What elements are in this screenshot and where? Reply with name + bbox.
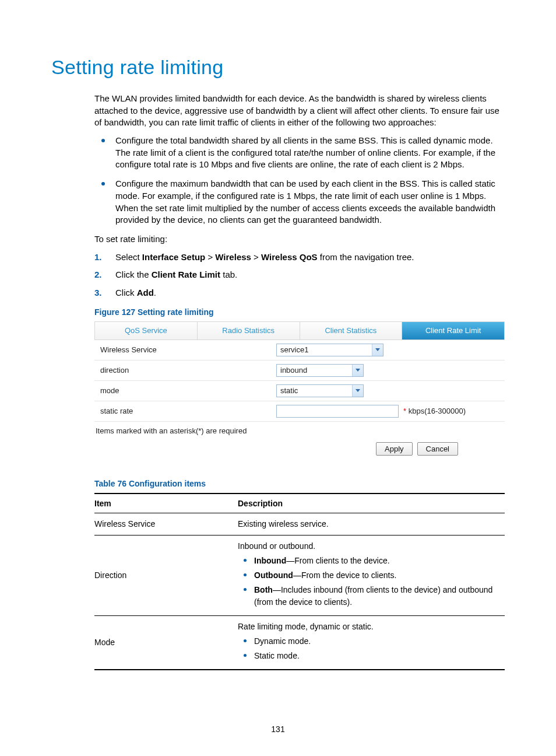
text: —From the device to clients. <box>293 570 396 580</box>
step-1: Select Interface Setup > Wireless > Wire… <box>94 251 505 264</box>
page-number: 131 <box>0 724 556 734</box>
input-static-rate[interactable] <box>276 405 399 418</box>
text-bold: Interface Setup <box>142 252 205 262</box>
text: Select <box>115 252 142 262</box>
apply-button[interactable]: Apply <box>376 442 413 456</box>
text-bold: Both <box>254 585 273 594</box>
dropdown-value: inbound <box>277 366 352 374</box>
cancel-button[interactable]: Cancel <box>417 442 458 456</box>
steps-list: Select Interface Setup > Wireless > Wire… <box>94 251 505 299</box>
tab-client-rate-limit[interactable]: Client Rate Limit <box>402 322 504 340</box>
text: Rate limiting mode, dynamic or static. <box>238 622 374 631</box>
chevron-down-icon <box>352 365 363 376</box>
row-wireless-service: Wireless Service service1 <box>94 340 505 360</box>
text-bold: Outbound <box>254 570 293 580</box>
intro-paragraph: The WLAN provides limited bandwidth for … <box>94 93 505 129</box>
text: > <box>251 252 261 262</box>
required-footnote: Items marked with an asterisk(*) are req… <box>94 422 505 436</box>
dropdown-mode[interactable]: static <box>276 384 364 397</box>
figure-rate-limit: QoS Service Radio Statistics Client Stat… <box>94 321 505 456</box>
approach-static: Configure the maximum bandwidth that can… <box>94 178 505 226</box>
text: —From clients to the device. <box>286 556 389 565</box>
table-row: Mode Rate limiting mode, dynamic or stat… <box>94 615 505 670</box>
step-3: Click Add. <box>94 287 505 299</box>
text-bold: Client Rate Limit <box>152 270 220 279</box>
dropdown-value: service1 <box>277 345 372 354</box>
text-bold: Wireless <box>215 252 251 262</box>
approach-dynamic: Configure the total bandwidth shared by … <box>94 135 505 171</box>
text: Click <box>115 288 137 298</box>
label-wireless-service: Wireless Service <box>94 340 273 360</box>
table-row: Wireless Service Existing wireless servi… <box>94 513 505 535</box>
page-title: Setting rate limiting <box>51 56 505 79</box>
tab-qos-service[interactable]: QoS Service <box>95 322 198 340</box>
text: Click the <box>115 270 152 279</box>
cell-item: Direction <box>94 535 238 615</box>
to-set-lead: To set rate limiting: <box>94 233 505 246</box>
row-direction: direction inbound <box>94 360 505 381</box>
col-description: Description <box>238 494 505 513</box>
list-item: Both—Includes inbound (from clients to t… <box>238 584 501 608</box>
cell-item: Wireless Service <box>94 513 238 535</box>
text: —Includes inbound (from clients to the d… <box>254 585 492 607</box>
approach-list: Configure the total bandwidth shared by … <box>94 135 505 226</box>
text: . <box>154 288 156 298</box>
text: from the navigation tree. <box>318 252 414 262</box>
chevron-down-icon <box>372 344 383 356</box>
cell-desc: Rate limiting mode, dynamic or static. D… <box>238 615 505 670</box>
text: > <box>205 252 215 262</box>
list-item: Inbound—From clients to the device. <box>238 555 501 567</box>
chevron-down-icon <box>352 385 363 397</box>
label-mode: mode <box>94 381 273 401</box>
tab-bar: QoS Service Radio Statistics Client Stat… <box>94 321 505 340</box>
hint-static-rate: * kbps(16-300000) <box>403 407 466 415</box>
row-mode: mode static <box>94 381 505 401</box>
config-table: Item Description Wireless Service Existi… <box>94 493 505 670</box>
label-static-rate: static rate <box>94 401 273 421</box>
dropdown-direction[interactable]: inbound <box>276 364 364 377</box>
list-item: Static mode. <box>238 650 501 662</box>
col-item: Item <box>94 494 238 513</box>
tab-radio-statistics[interactable]: Radio Statistics <box>198 322 300 340</box>
dropdown-wireless-service[interactable]: service1 <box>276 344 383 356</box>
cell-item: Mode <box>94 615 238 670</box>
cell-desc: Inbound or outbound. Inbound—From client… <box>238 535 505 615</box>
hint-text: kbps(16-300000) <box>406 407 466 415</box>
list-item: Outbound—From the device to clients. <box>238 569 501 582</box>
list-item: Dynamic mode. <box>238 635 501 648</box>
text-bold: Inbound <box>254 556 286 565</box>
text: tab. <box>220 270 237 279</box>
dropdown-value: static <box>277 386 352 395</box>
label-direction: direction <box>94 360 273 380</box>
cell-desc: Existing wireless service. <box>238 513 505 535</box>
text: Inbound or outbound. <box>238 541 315 551</box>
figure-caption: Figure 127 Setting rate limiting <box>94 307 505 317</box>
tab-client-statistics[interactable]: Client Statistics <box>300 322 403 340</box>
text-bold: Wireless QoS <box>261 252 318 262</box>
text-bold: Add <box>137 288 154 298</box>
step-2: Click the Client Rate Limit tab. <box>94 269 505 281</box>
row-static-rate: static rate * kbps(16-300000) <box>94 401 505 422</box>
table-caption: Table 76 Configuration items <box>94 479 505 488</box>
table-row: Direction Inbound or outbound. Inbound—F… <box>94 535 505 615</box>
